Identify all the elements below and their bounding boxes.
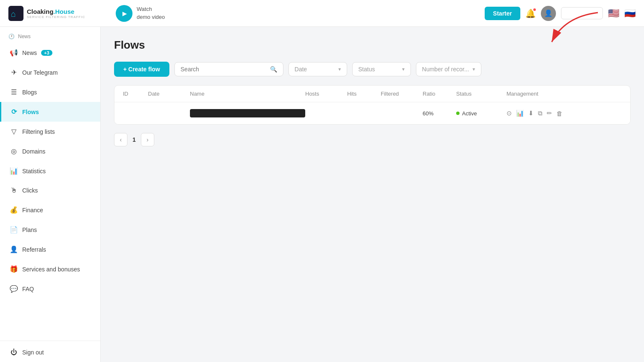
col-status: Status: [456, 91, 506, 97]
flag-us-icon[interactable]: 🇺🇸: [608, 8, 619, 19]
sidebar-item-finance[interactable]: 💰 Finance: [0, 200, 100, 220]
flag-ru-icon[interactable]: 🇷🇺: [624, 8, 636, 19]
col-date: Date: [148, 91, 190, 97]
datetime-value: News: [18, 34, 31, 39]
info-action-icon[interactable]: ⊙: [506, 109, 512, 117]
logo-text: Cloaking.House: [27, 8, 85, 15]
referrals-icon: 👤: [10, 245, 18, 253]
plans-icon: 📄: [10, 226, 18, 234]
header-right: Starter 🔔 👤 🇺🇸 🇷🇺: [485, 6, 636, 21]
next-page-button[interactable]: ›: [141, 133, 154, 146]
status-active: Active: [456, 110, 506, 117]
records-chevron-icon: ▾: [473, 66, 475, 72]
status-text: Active: [462, 110, 477, 117]
col-id: ID: [123, 91, 148, 97]
flows-icon: ⟳: [10, 108, 18, 116]
sidebar-item-statistics[interactable]: 📊 Statistics: [0, 161, 100, 181]
download-action-icon[interactable]: ⬇: [528, 109, 534, 117]
col-hosts: Hosts: [305, 91, 347, 97]
copy-action-icon[interactable]: ⧉: [538, 109, 543, 117]
status-filter[interactable]: Status ▾: [352, 62, 411, 76]
play-icon: ▶: [122, 10, 127, 17]
sidebar-label-our-telegram: Our Telegram: [22, 69, 58, 76]
col-filtered: Filtered: [381, 91, 423, 97]
sidebar-datetime: 🕐 News: [0, 27, 100, 43]
row-actions: ⊙ 📊 ⬇ ⧉ ✏ 🗑: [506, 109, 622, 117]
notification-button[interactable]: 🔔: [525, 8, 536, 18]
logo-area: ⌂ Cloaking.House SERVICE FILTERING TRAFF…: [8, 6, 109, 21]
redacted-name-bar: [190, 109, 305, 117]
date-chevron-icon: ▾: [338, 66, 341, 72]
cell-ratio: 60%: [423, 110, 456, 117]
filtering-icon: ▽: [10, 128, 18, 135]
status-chevron-icon: ▾: [402, 66, 405, 72]
table-header: ID Date Name Hosts Hits Filtered Ratio S…: [114, 86, 630, 102]
sidebar-item-domains[interactable]: ◎ Domains: [0, 141, 100, 161]
finance-icon: 💰: [10, 206, 18, 214]
sidebar-label-finance: Finance: [22, 207, 43, 214]
sidebar-item-clicks[interactable]: 🖱 Clicks: [0, 181, 100, 200]
search-icon: 🔍: [270, 66, 277, 73]
sidebar-item-flows[interactable]: ⟳ Flows: [0, 102, 100, 122]
demo-line1: Watch: [137, 5, 165, 13]
demo-video-button[interactable]: ▶ Watch demo video: [116, 5, 165, 22]
records-filter[interactable]: Number of recor... ▾: [416, 62, 481, 76]
news-badge: +3: [41, 50, 52, 56]
sidebar-label-filtering-lists: Filtering lists: [22, 128, 55, 135]
stats-action-icon[interactable]: 📊: [516, 109, 524, 117]
delete-action-icon[interactable]: 🗑: [556, 110, 563, 117]
blogs-icon: ☰: [10, 88, 18, 96]
col-hits: Hits: [347, 91, 381, 97]
demo-line2: demo video: [137, 13, 165, 21]
sidebar-label-news: News: [22, 49, 37, 56]
search-box[interactable]: 🔍: [174, 62, 283, 76]
pagination: ‹ 1 ›: [114, 133, 631, 146]
sidebar-item-blogs[interactable]: ☰ Blogs: [0, 82, 100, 102]
toolbar: + Create flow 🔍 Date ▾ Status ▾ Number o…: [114, 62, 631, 77]
news-icon: 📢: [10, 49, 18, 57]
svg-text:⌂: ⌂: [11, 9, 16, 18]
sidebar-label-referrals: Referrals: [22, 246, 46, 253]
current-page: 1: [131, 136, 138, 143]
sidebar-item-filtering-lists[interactable]: ▽ Filtering lists: [0, 122, 100, 141]
status-dot: [456, 112, 460, 115]
main-content: Flows + Create flow 🔍 Date ▾ Status ▾ Nu…: [101, 27, 644, 362]
sidebar-label-clicks: Clicks: [22, 187, 38, 194]
services-icon: 🎁: [10, 265, 18, 273]
layout: 🕐 News 📢 News +3 ✈ Our Telegram ☰ Blogs …: [0, 27, 644, 362]
telegram-icon: ✈: [10, 68, 18, 76]
sidebar-item-faq[interactable]: 💬 FAQ: [0, 279, 100, 299]
clicks-icon: 🖱: [10, 187, 18, 194]
prev-page-button[interactable]: ‹: [114, 133, 127, 146]
sidebar-item-services-bonuses[interactable]: 🎁 Services and bonuses: [0, 259, 100, 279]
header: ⌂ Cloaking.House SERVICE FILTERING TRAFF…: [0, 0, 644, 27]
sidebar-item-news[interactable]: 📢 News +3: [0, 43, 100, 63]
sidebar-item-our-telegram[interactable]: ✈ Our Telegram: [0, 63, 100, 82]
col-ratio: Ratio: [423, 91, 456, 97]
edit-action-icon[interactable]: ✏: [547, 109, 552, 117]
date-filter[interactable]: Date ▾: [288, 62, 347, 76]
domains-icon: ◎: [10, 147, 18, 155]
col-name: Name: [190, 91, 305, 97]
search-input[interactable]: [181, 66, 267, 73]
sidebar-label-blogs: Blogs: [22, 89, 37, 96]
header-middle: ▶ Watch demo video: [116, 5, 478, 22]
records-filter-label: Number of recor...: [422, 66, 469, 73]
create-flow-button[interactable]: + Create flow: [114, 62, 169, 77]
sidebar-item-plans[interactable]: 📄 Plans: [0, 220, 100, 240]
starter-button[interactable]: Starter: [485, 7, 520, 20]
status-filter-label: Status: [358, 66, 399, 73]
sidebar: 🕐 News 📢 News +3 ✈ Our Telegram ☰ Blogs …: [0, 27, 101, 362]
notification-badge: [532, 8, 537, 12]
sidebar-divider: [0, 341, 100, 341]
avatar[interactable]: 👤: [541, 6, 556, 21]
user-name-box[interactable]: [561, 7, 603, 19]
sidebar-item-referrals[interactable]: 👤 Referrals: [0, 240, 100, 259]
cell-management: ⊙ 📊 ⬇ ⧉ ✏ 🗑: [506, 109, 622, 117]
sidebar-label-domains: Domains: [22, 148, 45, 155]
sidebar-label-faq: FAQ: [22, 286, 34, 292]
play-circle: ▶: [116, 5, 132, 22]
sidebar-item-sign-out[interactable]: ⏻ Sign out: [0, 343, 100, 362]
logo-sub: SERVICE FILTERING TRAFFIC: [27, 15, 85, 19]
cell-name: [190, 109, 305, 117]
